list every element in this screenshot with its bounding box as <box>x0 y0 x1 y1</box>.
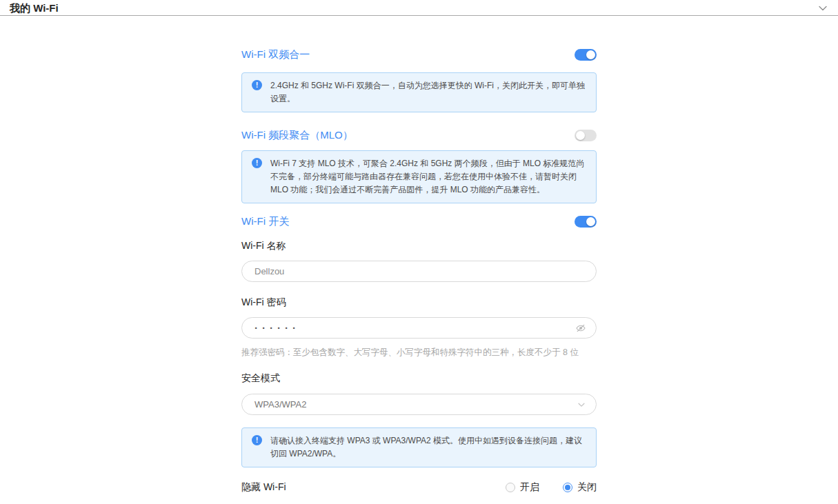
radio-icon <box>506 483 515 492</box>
password-hint: 推荐强密码：至少包含数字、大写字母、小写字母和特殊字符中的三种，长度不少于 8 … <box>241 347 597 359</box>
dual-band-info-box: ! 2.4GHz 和 5GHz Wi-Fi 双频合一，自动为您选择更快的 Wi-… <box>241 72 597 112</box>
radio-icon <box>563 483 572 492</box>
wifi-name-input[interactable] <box>242 261 596 281</box>
info-icon: ! <box>252 435 262 445</box>
radio-option-label: 关闭 <box>577 481 597 494</box>
security-mode-select[interactable]: WPA3/WPA2 <box>241 394 597 415</box>
hidden-wifi-radio-group: 开启 关闭 <box>506 481 597 494</box>
wifi-name-label: Wi-Fi 名称 <box>241 240 597 252</box>
security-mode-info-text: 请确认接入终端支持 WPA3 或 WPA3/WPA2 模式。使用中如遇到设备连接… <box>270 434 586 461</box>
mlo-toggle[interactable] <box>575 130 597 141</box>
hidden-wifi-option-off[interactable]: 关闭 <box>563 481 597 494</box>
mlo-info-box: ! Wi-Fi 7 支持 MLO 技术，可聚合 2.4GHz 和 5GHz 两个… <box>241 150 597 203</box>
info-icon: ! <box>252 80 262 90</box>
dual-band-title[interactable]: Wi-Fi 双频合一 <box>241 48 310 61</box>
mlo-row: Wi-Fi 频段聚合（MLO） <box>241 128 597 143</box>
wifi-password-label: Wi-Fi 密码 <box>241 296 597 309</box>
security-mode-label: 安全模式 <box>241 372 597 385</box>
mlo-title[interactable]: Wi-Fi 频段聚合（MLO） <box>241 129 353 142</box>
info-icon: ! <box>252 158 262 168</box>
toggle-knob <box>576 131 585 140</box>
collapse-chevron-icon[interactable] <box>817 3 828 17</box>
wifi-password-field <box>241 317 597 339</box>
mlo-info-text: Wi-Fi 7 支持 MLO 技术，可聚合 2.4GHz 和 5GHz 两个频段… <box>270 157 586 196</box>
toggle-knob <box>586 217 595 226</box>
dual-band-toggle[interactable] <box>575 49 597 61</box>
security-mode-value: WPA3/WPA2 <box>242 399 334 410</box>
wifi-switch-title[interactable]: Wi-Fi 开关 <box>241 215 289 228</box>
wifi-switch-toggle[interactable] <box>575 216 597 228</box>
wifi-switch-row: Wi-Fi 开关 <box>241 214 597 229</box>
dual-band-row: Wi-Fi 双频合一 <box>241 47 597 62</box>
eye-slash-icon[interactable] <box>575 323 586 334</box>
radio-option-label: 开启 <box>520 481 539 494</box>
hidden-wifi-label: 隐藏 Wi-Fi <box>241 481 286 494</box>
page-header: 我的 Wi-Fi <box>0 0 838 16</box>
wifi-settings-form: Wi-Fi 双频合一 ! 2.4GHz 和 5GHz Wi-Fi 双频合一，自动… <box>241 16 597 504</box>
security-mode-info-box: ! 请确认接入终端支持 WPA3 或 WPA3/WPA2 模式。使用中如遇到设备… <box>241 427 597 467</box>
dual-band-info-text: 2.4GHz 和 5GHz Wi-Fi 双频合一，自动为您选择更快的 Wi-Fi… <box>270 79 586 105</box>
wifi-password-input[interactable] <box>242 318 596 338</box>
toggle-knob <box>586 50 595 59</box>
hidden-wifi-row: 隐藏 Wi-Fi 开启 关闭 <box>241 480 597 495</box>
chevron-down-icon <box>577 400 586 410</box>
hidden-wifi-option-on[interactable]: 开启 <box>506 481 539 494</box>
page-title: 我的 Wi-Fi <box>10 2 59 15</box>
wifi-name-field <box>241 261 597 282</box>
